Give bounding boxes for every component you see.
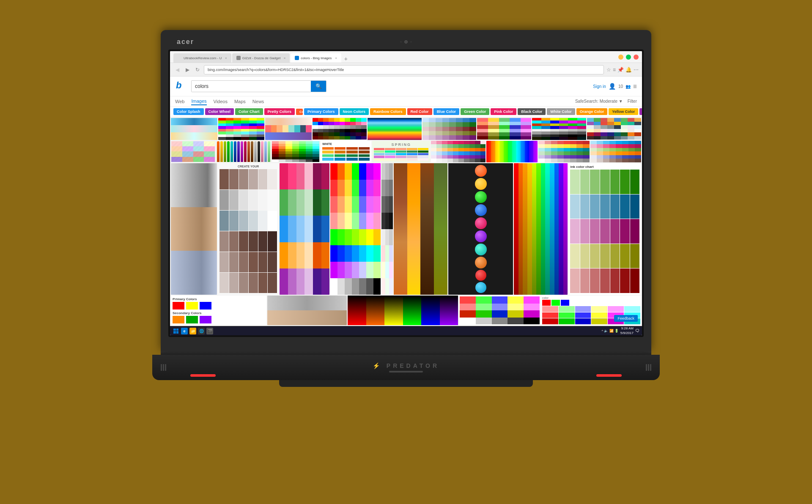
bell-icon[interactable]: 🔔 (625, 67, 632, 73)
nav-maps[interactable]: Maps (234, 98, 246, 105)
image-1[interactable] (171, 118, 217, 140)
refresh-button[interactable]: ↻ (194, 66, 201, 74)
taskbar-files-icon[interactable]: 📁 (189, 328, 196, 334)
pill-primary[interactable]: Primary Colors (304, 108, 338, 115)
image-15[interactable] (486, 141, 538, 163)
pill-orange-color[interactable]: Orange Color (576, 108, 608, 115)
menu-icon[interactable]: ⋯ (634, 67, 639, 73)
image-2[interactable] (218, 118, 265, 140)
maximize-button[interactable] (626, 55, 631, 60)
notification-icon[interactable]: 🗨 (635, 329, 639, 333)
image-10[interactable] (171, 141, 215, 163)
tab-colors-bing[interactable]: colors - Bing Images × (291, 53, 341, 63)
bing-header: b 🔍 Sign in 👤 10 👥 ☰ (170, 77, 642, 96)
speaker-dot-6 (650, 364, 651, 371)
nav-web[interactable]: Web (175, 98, 184, 105)
pill-neon[interactable]: Neon Colors (340, 108, 369, 115)
pill-red-color[interactable]: Red Color (407, 108, 432, 115)
image-rows-container: WHITE (170, 117, 642, 326)
safesearch-label[interactable]: SafeSearch: Moderate ▼ (575, 99, 623, 104)
pill-pretty-colors[interactable]: Pretty Colors (264, 108, 295, 115)
image-17[interactable] (590, 141, 642, 163)
image-11[interactable] (216, 141, 271, 163)
image-5[interactable] (368, 118, 422, 140)
nav-images[interactable]: Images (191, 98, 206, 105)
pin-icon[interactable]: 📌 (617, 67, 624, 73)
minimize-button[interactable] (618, 55, 623, 60)
filter-label[interactable]: Filter (628, 99, 637, 104)
image-14[interactable] (431, 141, 486, 163)
feedback-button[interactable]: Feedback (614, 315, 638, 322)
trackpad-indicator (389, 371, 423, 373)
bing-navigation: Web Images Videos Maps News SafeSearch: … (170, 96, 642, 107)
speaker-right (646, 364, 651, 371)
taskbar-browser-icon[interactable]: 🌐 (198, 328, 205, 334)
image-12[interactable] (272, 141, 320, 163)
browser-screen: UltrabookReview.com - Ultr... × GIZzit -… (170, 51, 642, 335)
tab-label-3: colors - Bing Images (301, 56, 332, 60)
url-bar[interactable]: bing.com/images/search?q=colors&form=HDR… (204, 65, 604, 74)
forward-button[interactable]: ▶ (184, 66, 191, 74)
image-6[interactable] (422, 118, 477, 140)
pill-yellow-color[interactable]: Yellow Color (609, 108, 638, 115)
bing-search-bar[interactable]: 🔍 (191, 80, 326, 92)
image-16[interactable] (538, 141, 590, 163)
image-small-chart[interactable] (381, 163, 393, 295)
nav-news[interactable]: News (252, 98, 264, 105)
image-22[interactable] (459, 296, 540, 325)
bing-search-input[interactable] (192, 81, 311, 92)
person-icon: 👥 (625, 84, 631, 89)
signin-text[interactable]: Sign in (593, 84, 606, 89)
taskbar-edge-icon[interactable]: e (181, 328, 188, 334)
close-button[interactable] (634, 55, 639, 60)
image-19[interactable] (280, 163, 329, 295)
pill-color-chart[interactable]: Color Chart (235, 108, 263, 115)
pill-blue-color[interactable]: Blue Color (433, 108, 460, 115)
tab-close-2[interactable]: × (284, 56, 286, 60)
taskbar-media-icon[interactable]: 🎬 (206, 328, 213, 334)
image-ink-chart[interactable]: ink color chart (568, 163, 641, 295)
pill-color-wheel[interactable]: Color Wheel (205, 108, 234, 115)
pill-colors-together[interactable]: Colors That Go Well Together (296, 109, 303, 115)
image-balls[interactable] (448, 163, 513, 295)
image-7[interactable] (477, 118, 531, 140)
image-3[interactable] (265, 118, 312, 140)
image-v-strips[interactable] (514, 163, 568, 295)
image-23[interactable]: color (541, 296, 641, 325)
tab-close-3[interactable]: × (335, 56, 337, 60)
star-icon[interactable]: ☆ (606, 67, 611, 73)
image-9[interactable] (587, 118, 641, 140)
image-8[interactable] (532, 118, 586, 140)
image-18[interactable] (171, 163, 217, 295)
tab-add-button[interactable]: + (342, 55, 350, 63)
nav-videos[interactable]: Videos (214, 98, 228, 105)
image-warm-cols[interactable] (394, 163, 447, 295)
hamburger-icon[interactable]: ☰ (633, 84, 637, 89)
image-21[interactable] (348, 296, 458, 325)
pill-purple[interactable]: Purple (639, 108, 642, 115)
tab-close-1[interactable]: × (225, 56, 227, 60)
settings-icon[interactable]: ≡ (613, 67, 616, 73)
primary-colors-label: Primary Colors (173, 297, 197, 301)
pill-black-color[interactable]: Black Color (518, 108, 546, 115)
taskbar-start-button[interactable] (173, 328, 179, 334)
image-13[interactable]: WHITE (321, 141, 371, 163)
image-create-your[interactable]: CREATE YOUR (218, 163, 279, 295)
main-content-area: WHITE (170, 117, 642, 326)
bing-search-button[interactable]: 🔍 (311, 81, 326, 92)
tab-label-2: GIZzit - Dozza de Gadgetuls (242, 56, 280, 60)
pill-rainbow[interactable]: Rainbow Colors (370, 108, 406, 115)
tab-gizzit[interactable]: GIZzit - Dozza de Gadgetuls × (232, 53, 290, 63)
date-display: 5/9/2017 (620, 331, 634, 335)
image-colorful-squares[interactable] (330, 163, 380, 295)
pill-white-color[interactable]: White Color (547, 108, 575, 115)
image-spring[interactable]: SPRING (372, 141, 430, 163)
image-primary-sec[interactable]: Primary Colors Secondary Colors (171, 296, 266, 325)
image-4[interactable] (313, 118, 367, 140)
image-20[interactable] (267, 296, 347, 325)
pill-color-splash[interactable]: Color Splash (173, 108, 204, 115)
back-button[interactable]: ◀ (173, 66, 181, 74)
tab-ultrabook[interactable]: UltrabookReview.com - Ultr... × (173, 53, 231, 63)
pill-green-color[interactable]: Green Color (461, 108, 489, 115)
pill-pink-color[interactable]: Pink Color (491, 108, 516, 115)
